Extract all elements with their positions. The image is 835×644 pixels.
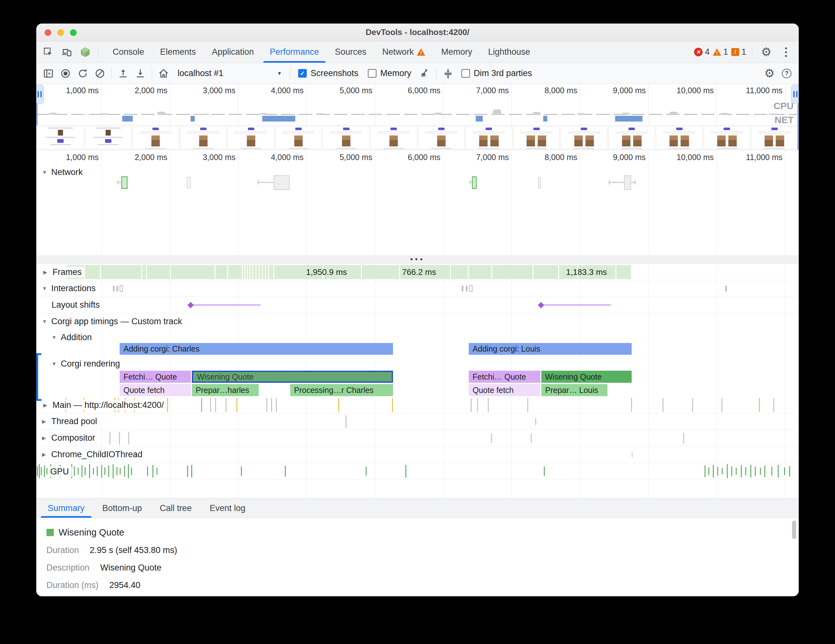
console-errors-badge[interactable]: ✕4 [694, 47, 710, 57]
memory-checkbox[interactable]: Memory [364, 68, 416, 78]
devtools-window: DevTools - localhost:4200/ ConsoleElemen… [36, 24, 799, 596]
frame-boundary [491, 265, 492, 279]
clear-icon[interactable] [92, 65, 108, 82]
triangle-right-icon[interactable]: ▶ [43, 269, 50, 275]
network-request[interactable] [121, 176, 128, 189]
screenshot-thumbnail[interactable] [227, 126, 274, 149]
details-tab-summary[interactable]: Summary [39, 499, 94, 517]
track-gpu[interactable]: GPU [49, 466, 72, 477]
track-frames[interactable]: ▶ Frames [42, 267, 85, 278]
screenshot-thumbnail[interactable] [751, 126, 798, 149]
tab-lighthouse[interactable]: Lighthouse [480, 41, 538, 63]
tab-memory[interactable]: Memory [433, 41, 480, 63]
custom-timing-bar[interactable]: Adding corgi: Charles [120, 343, 393, 355]
triangle-down-icon[interactable]: ▼ [52, 335, 58, 341]
network-request[interactable] [274, 175, 289, 190]
tab-sources[interactable]: Sources [327, 41, 374, 63]
home-icon[interactable] [155, 65, 172, 82]
triangle-right-icon[interactable]: ▶ [42, 451, 49, 457]
garbage-collect-icon[interactable] [417, 65, 433, 82]
screenshot-thumbnail[interactable] [180, 126, 227, 149]
minimize-button[interactable] [57, 29, 64, 36]
dim-3rd-parties-checkbox[interactable]: Dim 3rd parties [457, 68, 536, 78]
screenshot-thumbnail[interactable] [275, 126, 322, 149]
triangle-right-icon[interactable]: ▶ [42, 419, 49, 425]
maximize-button[interactable] [70, 29, 77, 36]
triangle-down-icon[interactable]: ▼ [42, 286, 49, 292]
track-group-divider[interactable]: ••• [36, 256, 799, 264]
tab-elements[interactable]: Elements [152, 41, 204, 63]
track-addition[interactable]: ▼ Addition [52, 333, 92, 342]
network-request[interactable] [624, 175, 631, 190]
record-and-reload-icon[interactable] [75, 65, 91, 82]
timeline-overview[interactable]: 1,000 ms2,000 ms3,000 ms4,000 ms5,000 ms… [36, 84, 799, 125]
triangle-down-icon[interactable]: ▼ [42, 319, 49, 324]
network-request[interactable] [538, 177, 541, 188]
track-custom[interactable]: ▼ Corgi app timings — Custom track [42, 316, 182, 326]
tab-application[interactable]: Application [204, 41, 262, 63]
tab-performance[interactable]: Performance [262, 41, 327, 63]
tab-console[interactable]: Console [105, 41, 152, 63]
triangle-right-icon[interactable]: ▶ [42, 435, 49, 441]
capture-settings-icon[interactable]: ⚙ [761, 65, 778, 82]
record-icon[interactable] [57, 65, 74, 82]
collapse-sections-icon[interactable] [440, 65, 456, 82]
screenshot-thumbnail[interactable] [85, 126, 132, 149]
triangle-right-icon[interactable]: ▶ [43, 402, 50, 408]
layout-shifts-track [36, 297, 799, 313]
track-compositor[interactable]: ▶ Compositor [42, 433, 95, 443]
details-tab-call-tree[interactable]: Call tree [151, 499, 201, 517]
track-network[interactable]: ▼ Network [42, 167, 83, 177]
settings-icon[interactable]: ⚙ [758, 44, 775, 60]
overview-right-handle[interactable] [791, 84, 799, 104]
screenshot-thumbnail[interactable] [513, 126, 560, 149]
details-tab-event-log[interactable]: Event log [201, 499, 255, 517]
screenshot-thumbnail[interactable] [132, 126, 179, 149]
help-icon[interactable]: ? [778, 65, 795, 82]
screenshot-thumbnail[interactable] [703, 126, 751, 149]
flamechart-timeline[interactable]: 1,000 ms2,000 ms3,000 ms4,000 ms5,000 ms… [36, 150, 799, 498]
save-profile-icon[interactable] [132, 65, 149, 82]
screenshot-thumbnail[interactable] [656, 126, 703, 149]
corgi-photo [341, 135, 351, 147]
network-request[interactable] [472, 176, 477, 189]
track-interactions[interactable]: ▼ Interactions [42, 284, 96, 294]
network-request[interactable] [187, 177, 191, 188]
issues-badge[interactable]: !1 [731, 47, 746, 57]
thumb-text-line [45, 137, 75, 138]
close-button[interactable] [45, 29, 51, 36]
console-warnings-badge[interactable]: !1 [713, 47, 728, 57]
device-toolbar-icon[interactable] [58, 44, 75, 60]
summary-scrollbar[interactable] [792, 521, 796, 539]
history-select[interactable]: localhost #1 ▼ [172, 68, 287, 78]
details-tab-bottom-up[interactable]: Bottom-up [94, 499, 151, 517]
custom-timing-bar[interactable]: Adding corgi: Louis [469, 343, 632, 355]
track-thread-pool[interactable]: ▶ Thread pool [42, 417, 97, 427]
track-layout-shifts[interactable]: Layout shifts [52, 300, 100, 310]
screenshots-checkbox[interactable]: ✓ Screenshots [294, 68, 363, 78]
triangle-down-icon[interactable]: ▼ [52, 361, 58, 367]
screenshot-filmstrip[interactable] [36, 125, 799, 150]
track-childio[interactable]: ▶ Chrome_ChildIOThread [42, 449, 143, 459]
screenshot-thumbnail[interactable] [370, 126, 417, 149]
track-corgi-rendering[interactable]: ▼ Corgi rendering [52, 359, 120, 369]
titlebar[interactable]: DevTools - localhost:4200/ [36, 24, 799, 41]
request-whisker-cap [609, 180, 610, 185]
screenshot-thumbnail[interactable] [323, 126, 369, 149]
screenshot-thumbnail[interactable] [37, 126, 84, 149]
screenshot-thumbnail[interactable] [561, 126, 608, 149]
toggle-sidebar-icon[interactable] [40, 65, 57, 82]
load-profile-icon[interactable] [115, 65, 132, 82]
screenshot-thumbnail[interactable] [418, 126, 465, 149]
screenshot-thumbnail[interactable] [466, 126, 512, 149]
frames-duration-bar[interactable] [67, 265, 631, 279]
tab-network[interactable]: Network! [374, 41, 433, 63]
frame-boundary [533, 265, 534, 279]
track-main[interactable]: ▶ Main — http://localhost:4200/ [42, 400, 167, 411]
node-devtools-icon[interactable] [77, 44, 94, 60]
more-options-icon[interactable] [778, 44, 794, 60]
overview-left-handle[interactable] [36, 84, 44, 104]
screenshot-thumbnail[interactable] [608, 126, 655, 149]
triangle-down-icon[interactable]: ▼ [42, 170, 49, 175]
inspect-element-icon[interactable] [40, 44, 57, 60]
